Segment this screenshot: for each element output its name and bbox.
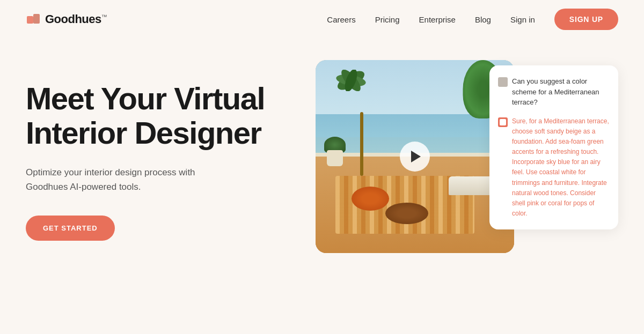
palm-trunk: [360, 112, 363, 176]
chat-question: Can you suggest a color scheme for a Med…: [498, 76, 610, 108]
nav-careers[interactable]: Careers: [327, 15, 355, 24]
scene-palm: [346, 70, 378, 176]
scene-sofa: [449, 176, 494, 195]
nav-enterprise[interactable]: Enterprise: [419, 15, 456, 24]
nav-blog[interactable]: Blog: [475, 15, 491, 24]
chat-answer-text: Sure, for a Mediterranean terrace, choos…: [512, 116, 610, 219]
terrace-scene: [316, 60, 514, 253]
play-button[interactable]: [400, 142, 430, 172]
chat-question-text: Can you suggest a color scheme for a Med…: [512, 76, 610, 108]
nav-links: Careers Pricing Enterprise Blog Sign in …: [327, 9, 618, 30]
svg-rect-0: [27, 16, 33, 24]
chat-panel: Can you suggest a color scheme for a Med…: [489, 65, 618, 229]
nav-pricing[interactable]: Pricing: [375, 15, 400, 24]
play-icon: [411, 151, 421, 162]
chat-answer: Sure, for a Mediterranean terrace, choos…: [498, 116, 610, 219]
main-image-card: [316, 60, 514, 253]
navbar: Goodhues™ Careers Pricing Enterprise Blo…: [0, 0, 644, 39]
ai-icon: [498, 117, 508, 127]
logo-icon: [26, 12, 41, 27]
hero-left: Meet Your Virtual Interior Designer Opti…: [26, 60, 283, 241]
pot-body: [327, 150, 343, 166]
logo[interactable]: Goodhues™: [26, 12, 107, 27]
nav-signin[interactable]: Sign in: [510, 15, 535, 24]
scene-ottoman: [352, 187, 389, 211]
scene-table: [385, 203, 428, 224]
hero-section: Meet Your Virtual Interior Designer Opti…: [0, 39, 644, 334]
scene-pot: [326, 142, 345, 166]
hero-subtitle: Optimize your interior design process wi…: [26, 165, 230, 194]
brand-name: Goodhues™: [45, 12, 107, 26]
get-started-button[interactable]: GET STARTED: [26, 216, 115, 241]
user-icon: [498, 77, 508, 87]
palm-leaves: [335, 70, 367, 91]
hero-title: Meet Your Virtual Interior Designer: [26, 81, 283, 150]
hero-right: #Design a Mediterranean Terrace Can you …: [283, 60, 618, 334]
signup-button[interactable]: SIGN UP: [554, 9, 618, 30]
svg-rect-1: [33, 14, 40, 24]
